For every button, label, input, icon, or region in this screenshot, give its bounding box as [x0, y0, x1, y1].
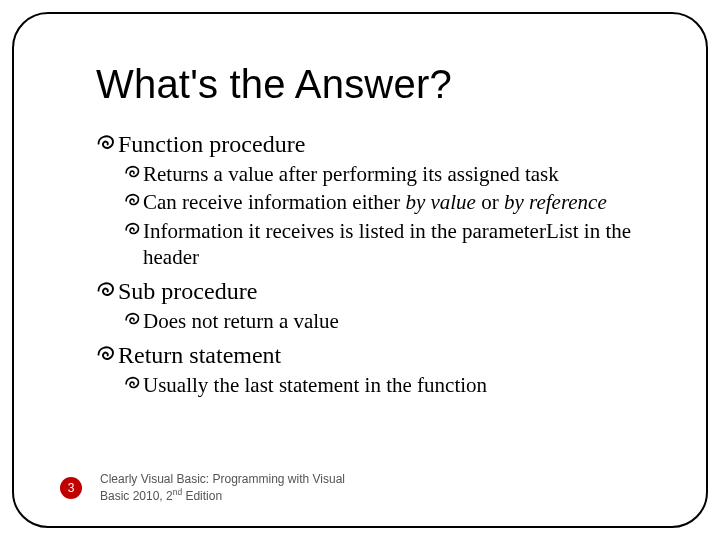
bullet-icon — [124, 191, 141, 208]
bullet-text: Returns a value after performing its ass… — [143, 161, 660, 187]
bullet-text: Information it receives is listed in the… — [143, 218, 660, 271]
slide-title: What's the Answer? — [96, 62, 660, 107]
slide-content: What's the Answer? Function procedureRet… — [96, 62, 660, 399]
bullet-text: Sub procedure — [118, 276, 660, 306]
outline-item-lvl2: Does not return a value — [124, 308, 660, 334]
slide: What's the Answer? Function procedureRet… — [0, 0, 720, 540]
footer-line-1: Clearly Visual Basic: Programming with V… — [100, 472, 345, 487]
bullet-text: Can receive information either by value … — [143, 189, 660, 215]
bullet-icon — [124, 163, 141, 180]
footer-text: Clearly Visual Basic: Programming with V… — [100, 472, 345, 504]
footer-line-2: Basic 2010, 2nd Edition — [100, 487, 345, 504]
bullet-icon — [124, 374, 141, 391]
bullet-text: Function procedure — [118, 129, 660, 159]
bullet-text: Does not return a value — [143, 308, 660, 334]
outline-item-lvl2: Can receive information either by value … — [124, 189, 660, 215]
bullet-text: Usually the last statement in the functi… — [143, 372, 660, 398]
bullet-icon — [96, 132, 116, 152]
outline-item-lvl1: Return statement — [96, 340, 660, 370]
bullet-icon — [124, 220, 141, 237]
outline-item-lvl1: Sub procedure — [96, 276, 660, 306]
bullet-text: Return statement — [118, 340, 660, 370]
outline-item-lvl1: Function procedure — [96, 129, 660, 159]
outline-item-lvl2: Usually the last statement in the functi… — [124, 372, 660, 398]
outline: Function procedureReturns a value after … — [96, 129, 660, 399]
outline-item-lvl2: Information it receives is listed in the… — [124, 218, 660, 271]
bullet-icon — [96, 279, 116, 299]
page-number-badge: 3 — [60, 477, 82, 499]
slide-footer: 3 Clearly Visual Basic: Programming with… — [60, 472, 345, 504]
bullet-icon — [96, 343, 116, 363]
outline-item-lvl2: Returns a value after performing its ass… — [124, 161, 660, 187]
bullet-icon — [124, 310, 141, 327]
